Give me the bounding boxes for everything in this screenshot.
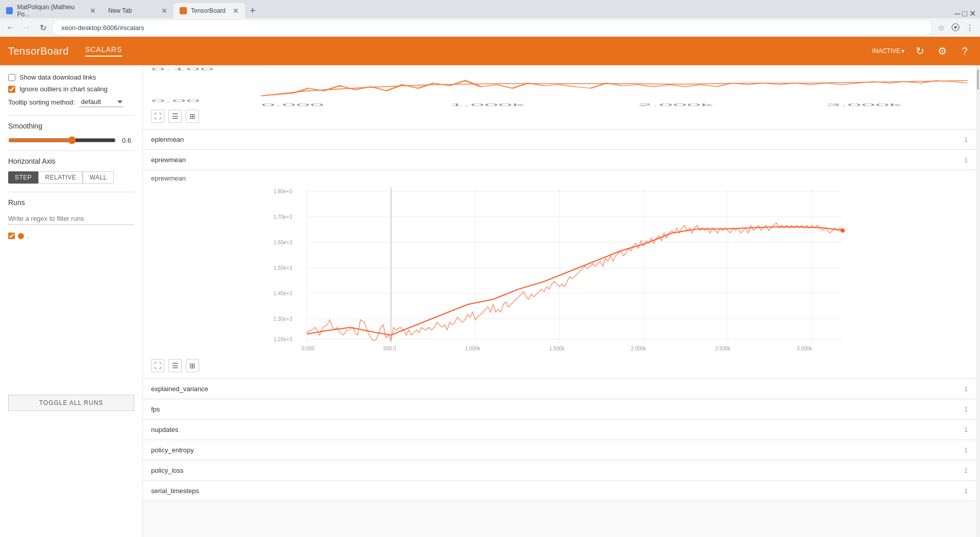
address-right: ☆ ⦿ ⋮ (935, 21, 976, 34)
horizontal-axis-title: Horizontal Axis (8, 157, 134, 165)
axis-step-button[interactable]: STEP (8, 171, 38, 184)
minimize-button[interactable]: ─ (954, 9, 960, 18)
show-download-row: Show data download links (8, 73, 134, 81)
tab-favicon-blue (6, 7, 13, 14)
expand-eprewmean-button[interactable]: ⛶ (151, 359, 164, 372)
svg-text:0.000: 0.000 (261, 103, 324, 106)
grid-chart-button[interactable]: ⊞ (186, 110, 199, 123)
tab-bar: MatPoliquin (Mathieu Po... ✕ New Tab ✕ T… (0, 0, 980, 18)
reload-button[interactable]: ↻ (37, 21, 49, 34)
runs-title: Runs (8, 198, 134, 207)
account-button[interactable]: ⦿ (949, 21, 962, 34)
divider-1 (8, 115, 134, 116)
nupdates-section[interactable]: nupdates 1 (143, 420, 976, 440)
browser-chrome: MatPoliquin (Mathieu Po... ✕ New Tab ✕ T… (0, 0, 980, 37)
toggle-all-runs-button[interactable]: TOGGLE ALL RUNS (8, 395, 134, 411)
explained-variance-section[interactable]: explained_variance 1 (143, 379, 976, 399)
eprewmean-title: eprewmean (151, 156, 186, 164)
app-header: TensorBoard SCALARS INACTIVE ▾ ↻ ⚙ ? (0, 37, 980, 65)
eprewmean-count: 1 (964, 157, 968, 164)
eprewmean-header[interactable]: eprewmean 1 (143, 150, 976, 170)
divider-3 (8, 192, 134, 192)
serial-timesteps-section[interactable]: serial_timesteps 1 (143, 481, 976, 501)
tooltip-sort-select[interactable]: default ascending descending nearest (79, 97, 124, 107)
list-eprewmean-button[interactable]: ☰ (168, 359, 182, 372)
policy-entropy-section[interactable]: policy_entropy 1 (143, 440, 976, 461)
policy-entropy-count: 1 (964, 447, 968, 454)
ignore-outliers-checkbox[interactable] (8, 86, 15, 93)
mini-chart-section: 0.100 0.00 0.000 1.000k 2.000k 3.000k (143, 65, 976, 130)
policy-loss-section[interactable]: policy_loss 1 (143, 461, 976, 481)
eprewmean-chart-controls: ⛶ ☰ ⊞ (151, 357, 968, 374)
policy-loss-count: 1 (964, 467, 968, 474)
svg-text:1.40e+3: 1.40e+3 (274, 291, 292, 296)
restore-button[interactable]: □ (962, 9, 967, 18)
smoothing-value: 0.6 (122, 137, 134, 144)
forward-button[interactable]: → (20, 21, 33, 34)
axis-buttons: STEP RELATIVE WALL (8, 171, 134, 184)
svg-text:1.50e+3: 1.50e+3 (274, 265, 292, 271)
status-dropdown[interactable]: INACTIVE ▾ (872, 47, 904, 55)
smoothing-container: 0.6 (8, 136, 134, 144)
svg-text:1.000k: 1.000k (465, 346, 481, 351)
show-download-label: Show data download links (19, 73, 96, 81)
fps-section[interactable]: fps 1 (143, 399, 976, 420)
svg-text:1.500k: 1.500k (549, 346, 565, 351)
tab-close-matpoliquin[interactable]: ✕ (90, 7, 96, 15)
eplenmean-count: 1 (964, 136, 968, 143)
svg-text:2.500k: 2.500k (715, 346, 731, 351)
eprewmean-chart-svg: 1.80e+3 1.70e+3 1.60e+3 1.50e+3 1.40e+3 … (151, 182, 968, 355)
svg-text:0.100: 0.100 (151, 67, 214, 71)
tab-matpoliquin[interactable]: MatPoliquin (Mathieu Po... ✕ (0, 3, 102, 18)
ignore-outliers-row: Ignore outliers in chart scaling (8, 85, 134, 93)
mini-chart-controls: ⛶ ☰ ⊞ (151, 108, 968, 125)
chevron-down-icon: ▾ (901, 47, 904, 55)
svg-text:500.0: 500.0 (383, 346, 396, 351)
list-chart-button[interactable]: ☰ (168, 110, 182, 123)
runs-filter-input[interactable] (8, 213, 134, 225)
settings-button[interactable]: ⚙ (935, 44, 949, 58)
nav-scalars[interactable]: SCALARS (85, 45, 122, 57)
axis-relative-button[interactable]: RELATIVE (38, 171, 83, 184)
close-browser-button[interactable]: ✕ (969, 9, 976, 18)
tab-tensorboard[interactable]: TensorBoard ✕ (174, 3, 245, 18)
policy-entropy-title: policy_entropy (151, 446, 194, 454)
run-checkbox-1[interactable] (8, 233, 15, 239)
help-button[interactable]: ? (958, 44, 972, 58)
explained-variance-count: 1 (964, 386, 968, 393)
smoothing-slider[interactable] (8, 136, 116, 144)
run-item-1: . (8, 232, 134, 240)
run-label-1: . (27, 232, 29, 240)
scrollbar-thumb[interactable] (977, 69, 979, 90)
expand-chart-button[interactable]: ⛶ (151, 110, 164, 123)
svg-text:1.000k: 1.000k (450, 103, 525, 106)
tab-close-tensorboard[interactable]: ✕ (233, 7, 239, 15)
axis-wall-button[interactable]: WALL (83, 171, 113, 184)
show-download-checkbox[interactable] (8, 74, 15, 81)
status-label: INACTIVE (872, 47, 900, 55)
refresh-button[interactable]: ↻ (913, 44, 927, 58)
divider-2 (8, 150, 134, 151)
svg-text:1.80e+3: 1.80e+3 (274, 189, 292, 194)
address-bar: ← → ↻ ☆ ⦿ ⋮ (0, 18, 980, 37)
nupdates-title: nupdates (151, 426, 179, 433)
svg-text:0.000: 0.000 (302, 346, 314, 351)
eprewmean-chart-body: 1.80e+3 1.70e+3 1.60e+3 1.50e+3 1.40e+3 … (143, 182, 976, 378)
serial-timesteps-count: 1 (964, 488, 968, 495)
more-button[interactable]: ⋮ (964, 21, 976, 34)
grid-eprewmean-button[interactable]: ⊞ (186, 359, 199, 372)
app: TensorBoard SCALARS INACTIVE ▾ ↻ ⚙ ? Sho… (0, 37, 980, 537)
eplenmean-title: eplenmean (151, 136, 184, 143)
tab-close-newtab[interactable]: ✕ (161, 7, 167, 15)
new-tab-button[interactable]: + (245, 3, 260, 18)
eprewmean-chart-title-row: eprewmean (143, 170, 976, 182)
tab-newtab[interactable]: New Tab ✕ (102, 3, 174, 18)
eplenmean-section[interactable]: eplenmean 1 (143, 130, 976, 150)
star-button[interactable]: ☆ (935, 21, 947, 34)
svg-text:2.000k: 2.000k (638, 103, 714, 106)
tab-label-matpoliquin: MatPoliquin (Mathieu Po... (17, 4, 86, 18)
right-scrollbar (976, 65, 980, 537)
explained-variance-title: explained_variance (151, 385, 208, 393)
address-input[interactable] (53, 20, 931, 35)
back-button[interactable]: ← (4, 21, 16, 34)
